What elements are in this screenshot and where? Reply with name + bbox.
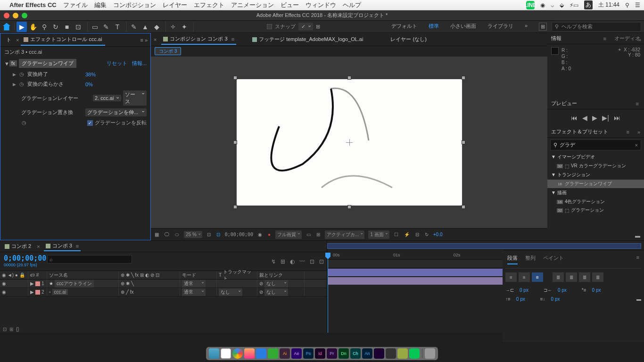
roto-tool[interactable]: ✧ <box>168 22 178 32</box>
effects-presets-tab[interactable]: エフェクト＆プリセット <box>551 128 608 135</box>
resize-handle[interactable] <box>347 76 351 80</box>
resize-handle[interactable] <box>462 140 465 144</box>
wifi-icon[interactable]: ⬙ <box>560 2 564 8</box>
cc-icon[interactable]: ◉ <box>540 2 545 8</box>
menu-file[interactable]: ファイル <box>63 1 88 9</box>
ws-options-icon[interactable]: ⊞ <box>539 23 547 31</box>
viewer-timecode[interactable]: 0;00;00;00 <box>225 232 253 237</box>
effect-twirl[interactable]: ▼ <box>4 61 9 66</box>
panel-menu-icon[interactable]: ≡ <box>626 129 630 135</box>
close-window-button[interactable] <box>4 13 9 18</box>
zoom-window-button[interactable] <box>22 13 27 18</box>
audio-panel-tab[interactable]: オーディオ <box>614 35 640 42</box>
justify-right-icon[interactable]: ≣ <box>579 272 590 282</box>
brace-icon[interactable]: {} <box>16 327 19 332</box>
prop-transition-completion-value[interactable]: 38% <box>85 72 147 77</box>
menu-view[interactable]: ビュー <box>281 1 299 9</box>
justify-all-icon[interactable]: ≣ <box>592 272 603 282</box>
dock-indesign-icon[interactable]: Id <box>315 348 325 359</box>
gradient-layer-dropdown[interactable]: 2. ccc.ai <box>93 95 121 101</box>
last-frame-button[interactable]: ⏭ <box>614 114 620 122</box>
camera-dropdown[interactable]: アクティブカ... <box>325 230 364 239</box>
timeline-tab-comp3[interactable]: コンポ 3 ≡ <box>44 241 81 251</box>
fx-item[interactable]: 32⬚ グラデーション <box>547 206 644 214</box>
effect-reset[interactable]: リセット <box>107 60 127 67</box>
frame-blend-icon[interactable]: ⊞ <box>281 258 285 265</box>
layer-name[interactable]: cccアウトライン <box>55 280 94 288</box>
resize-handle[interactable] <box>233 205 237 209</box>
clock[interactable]: 土 11:44 <box>598 1 619 9</box>
new-bin-icon[interactable]: ▬ <box>635 233 640 239</box>
camera-tool[interactable]: ■ <box>62 22 72 32</box>
clone-tool[interactable]: ▲ <box>140 22 150 32</box>
justify-left-icon[interactable]: ≣ <box>553 272 564 282</box>
dock-app-icon[interactable] <box>374 348 384 359</box>
snap-checkbox[interactable] <box>267 24 272 29</box>
trkmat-dropdown[interactable]: なし <box>219 288 242 296</box>
align-right-icon[interactable]: ≡ <box>532 272 543 282</box>
pixel-aspect-icon[interactable]: ☐ <box>393 232 399 237</box>
fx-item[interactable]: 32⬚ VR カラーグラデーション <box>547 162 644 170</box>
gradient-placement-dropdown[interactable]: グラデーションを伸... <box>85 108 147 116</box>
fx-toggle[interactable]: fx <box>9 60 17 66</box>
effect-info[interactable]: 情報... <box>132 60 147 67</box>
menu-animation[interactable]: アニメーション <box>231 1 274 9</box>
exposure-value[interactable]: +0.0 <box>433 232 443 237</box>
flowchart-icon[interactable]: ↻ <box>424 232 429 237</box>
notification-icon[interactable]: ☰ <box>635 2 640 8</box>
bluetooth-icon[interactable]: ⌵ <box>551 2 554 8</box>
pan-behind-tool[interactable]: ⊡ <box>73 22 83 32</box>
space-before[interactable]: 0 px <box>516 296 525 302</box>
draft3d-icon[interactable]: ⊡ <box>310 258 314 265</box>
toggle-switches-icon[interactable]: ⊡ <box>3 327 7 332</box>
preview-panel-tab[interactable]: プレビュー <box>551 100 577 107</box>
align-left-icon[interactable]: ≡ <box>505 272 517 282</box>
col-source[interactable]: ソース名 <box>47 271 119 279</box>
fx-item[interactable]: 16 4色グラデーション <box>547 197 644 206</box>
resize-handle[interactable] <box>347 205 351 209</box>
battery-icon[interactable]: ⚡︎▭ <box>570 2 578 8</box>
indent-left[interactable]: 0 px <box>520 288 528 293</box>
resize-handle[interactable] <box>462 205 465 209</box>
home-icon[interactable] <box>3 23 10 31</box>
current-time-indicator[interactable] <box>328 259 328 333</box>
help-search[interactable]: ⚲ ヘルプを検索 <box>552 22 641 32</box>
comp-breadcrumb[interactable]: コンポ 3 <box>155 47 181 55</box>
stopwatch-icon[interactable]: ◷ <box>19 71 25 77</box>
hand-tool[interactable]: ✋ <box>28 22 38 32</box>
macos-dock[interactable]: Ai Ae Ps Id Pr Dn Ch An <box>206 347 438 360</box>
dock-app-icon[interactable] <box>268 348 278 359</box>
fast-preview-icon[interactable]: ⚡ <box>403 232 411 237</box>
blend-mode[interactable]: 通常 <box>182 288 206 296</box>
next-frame-button[interactable]: ▶| <box>602 114 609 122</box>
line-icon[interactable]: LINE <box>526 1 535 9</box>
layer-row-2[interactable]: ◉ ▶2 ▫ccc.ai ⊕ ╱ fx 通常 なし ⊘ なし <box>0 288 327 296</box>
ws-overflow[interactable]: » <box>525 23 528 31</box>
app-name[interactable]: After Effects CC <box>9 1 57 8</box>
dock-animate-icon[interactable]: An <box>362 348 372 359</box>
type-tool[interactable]: T <box>112 22 123 32</box>
dock-app-icon[interactable] <box>256 348 266 359</box>
rectangle-tool[interactable]: ▭ <box>90 22 100 32</box>
fx-category[interactable]: ▼ トランジション <box>547 170 644 180</box>
effect-name[interactable]: グラデーションワイプ <box>19 59 76 68</box>
dock-illustrator-icon[interactable]: Ai <box>280 348 290 359</box>
dock-premiere-icon[interactable]: Pr <box>327 348 337 359</box>
resize-handle[interactable] <box>462 76 465 80</box>
motion-blur-icon[interactable]: ◐ <box>290 258 295 265</box>
monitor-icon[interactable]: 🖵 <box>164 232 170 237</box>
puppet-tool[interactable]: ✦ <box>179 22 190 32</box>
invert-checkbox[interactable]: ✓ <box>87 120 93 126</box>
gradient-layer-source-dropdown[interactable]: ソース <box>123 90 147 106</box>
stopwatch-icon[interactable]: ◷ <box>21 120 27 126</box>
timeline-icon[interactable]: ⊟ <box>414 232 420 237</box>
ws-library[interactable]: ライブラリ <box>487 23 513 31</box>
rotation-tool[interactable]: ↻ <box>50 22 61 32</box>
ws-small[interactable]: 小さい画面 <box>450 23 476 31</box>
dock-dimension-icon[interactable]: Dn <box>339 348 349 359</box>
dock-photoshop-icon[interactable]: Ps <box>303 348 314 359</box>
clear-search-icon[interactable]: × <box>635 142 638 148</box>
alpha-icon[interactable]: ▦ <box>154 232 160 237</box>
dock-line-icon[interactable] <box>409 348 420 359</box>
brush-tool[interactable]: ✎ <box>129 22 139 32</box>
